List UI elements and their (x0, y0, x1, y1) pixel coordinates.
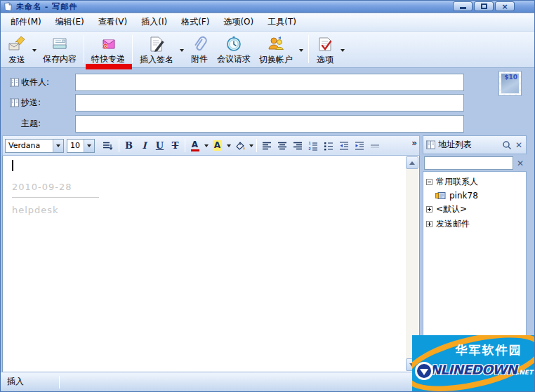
signature-name: helpdesk (12, 205, 59, 215)
to-field-label: 收件人: (21, 76, 49, 88)
svg-text:2: 2 (308, 146, 310, 150)
expand-icon[interactable] (426, 221, 432, 227)
toolbar-button-save-content[interactable]: 保存内容 (39, 33, 81, 67)
signature-divider (12, 197, 99, 198)
paperclip-icon (190, 34, 209, 53)
font-color-icon: A (191, 140, 199, 151)
contact-card-icon (435, 191, 446, 200)
menu-item-mail[interactable]: 邮件(M) (4, 14, 48, 30)
options-check-icon (316, 35, 334, 53)
fill-color-dropdown[interactable] (248, 138, 254, 153)
email-body-editor[interactable]: 2010-09-28 helpdesk (2, 156, 420, 372)
toolbar-button-insert-signature[interactable]: 插入签名 (136, 32, 178, 68)
compose-mail-window: 未命名 - 写邮件 × 邮件(M) 编辑(E) 查看(V) 插入(I) 格式(F… (0, 0, 535, 392)
format-toolbar: Verdana 10 B I U T A A (2, 135, 420, 156)
font-color-dropdown[interactable] (203, 138, 209, 153)
insert-mode-status: 插入 (7, 376, 24, 388)
subject-field-label: 主题: (21, 118, 41, 130)
line-spacing-button[interactable] (98, 138, 117, 153)
contact-search-row: ✕ (424, 156, 527, 170)
toolbar-button-express-delivery[interactable]: 特快专递 (87, 33, 129, 67)
menubar: 邮件(M) 编辑(E) 查看(V) 插入(I) 格式(F) 选项(O) 工具(T… (1, 13, 534, 32)
align-right-icon (293, 141, 303, 151)
close-icon: × (501, 3, 508, 11)
numbered-list-button[interactable]: 1 2 (305, 138, 320, 153)
decrease-indent-icon (339, 141, 349, 151)
maximize-button[interactable] (474, 1, 494, 11)
font-size-select[interactable]: 10 (67, 139, 95, 153)
toolbar-button-switch-account[interactable]: 切换帐户 (255, 32, 297, 68)
highlight-color-dropdown[interactable] (225, 138, 232, 153)
bold-button[interactable]: B (121, 138, 136, 153)
address-list-header: 地址列表 ✕ (423, 135, 527, 154)
increase-indent-icon (355, 141, 364, 151)
align-center-icon (277, 141, 287, 151)
toolbar-button-attachment[interactable]: 附件 (186, 33, 213, 67)
format-separator (256, 139, 257, 152)
tree-item-frequent-contacts[interactable]: 常用联系人 (425, 175, 524, 189)
cc-input[interactable] (75, 94, 464, 111)
expand-icon[interactable] (426, 206, 432, 212)
tree-item-default[interactable]: <默认> (425, 202, 524, 217)
insert-signature-dropdown[interactable] (178, 33, 186, 67)
postage-stamp: $10 (499, 72, 521, 95)
paint-bucket-icon (235, 140, 246, 151)
tree-item-sent-mail[interactable]: 发送邮件 (425, 217, 524, 231)
toolbar-button-send[interactable]: 发送 (4, 32, 30, 68)
menu-item-edit[interactable]: 编辑(E) (48, 14, 91, 30)
toolbar-button-options[interactable]: 选项 (312, 32, 338, 68)
align-left-button[interactable] (259, 138, 274, 153)
menu-item-format[interactable]: 格式(F) (174, 14, 216, 30)
statusbar-separator (59, 376, 60, 388)
window-controls: × (453, 1, 515, 11)
font-family-select[interactable]: Verdana (5, 139, 64, 153)
underline-button[interactable]: U (152, 138, 167, 153)
align-right-button[interactable] (290, 138, 305, 153)
send-dropdown[interactable] (30, 33, 39, 67)
tree-item-contact-pink78[interactable]: pink78 (434, 189, 524, 202)
maximize-icon (481, 4, 487, 9)
align-center-button[interactable] (275, 138, 289, 153)
toolbar-button-meeting-request[interactable]: 会议请求 (213, 33, 255, 67)
contact-search-input[interactable] (424, 156, 513, 170)
clear-search-button[interactable]: ✕ (515, 158, 525, 168)
switch-account-icon (267, 35, 285, 53)
close-panel-button[interactable]: ✕ (514, 140, 524, 150)
collapse-icon[interactable] (426, 179, 432, 185)
bullet-list-button[interactable] (321, 138, 336, 153)
font-color-button[interactable]: A (187, 138, 202, 153)
toolbar-overflow-button[interactable]: » (411, 138, 417, 148)
window-title: 未命名 - 写邮件 (16, 1, 77, 12)
toolbar-separator (132, 35, 133, 63)
strikethrough-button[interactable]: T (168, 138, 183, 153)
switch-account-dropdown[interactable] (297, 33, 305, 67)
scroll-up-button[interactable] (406, 156, 418, 169)
horizontal-rule-button[interactable] (367, 138, 382, 153)
signature-date: 2010-09-28 (12, 182, 72, 192)
minimize-icon (460, 7, 466, 9)
arrow-up-icon (409, 161, 415, 165)
menu-item-insert[interactable]: 插入(I) (134, 14, 174, 30)
italic-button[interactable]: I (137, 138, 152, 153)
minimize-button[interactable] (453, 1, 473, 11)
options-dropdown[interactable] (338, 33, 347, 67)
fill-color-button[interactable] (232, 138, 247, 153)
horizontal-rule-icon (370, 141, 380, 151)
to-input[interactable] (75, 74, 464, 91)
format-separator (119, 139, 119, 152)
format-separator (185, 139, 185, 152)
menu-item-tools[interactable]: 工具(T) (260, 14, 303, 30)
menu-item-view[interactable]: 查看(V) (91, 14, 135, 30)
line-spacing-icon (102, 140, 113, 151)
align-left-icon (262, 141, 272, 151)
menu-item-options[interactable]: 选项(O) (216, 14, 260, 30)
decrease-indent-button[interactable] (336, 138, 351, 153)
subject-input[interactable] (75, 115, 464, 133)
express-delivery-icon (99, 34, 117, 53)
search-icon[interactable] (502, 140, 512, 150)
bullet-list-icon (324, 141, 333, 151)
postage-stamp-value: $10 (501, 74, 519, 93)
close-button[interactable]: × (495, 1, 515, 11)
increase-indent-button[interactable] (352, 138, 366, 153)
highlight-color-button[interactable]: A (210, 138, 225, 153)
